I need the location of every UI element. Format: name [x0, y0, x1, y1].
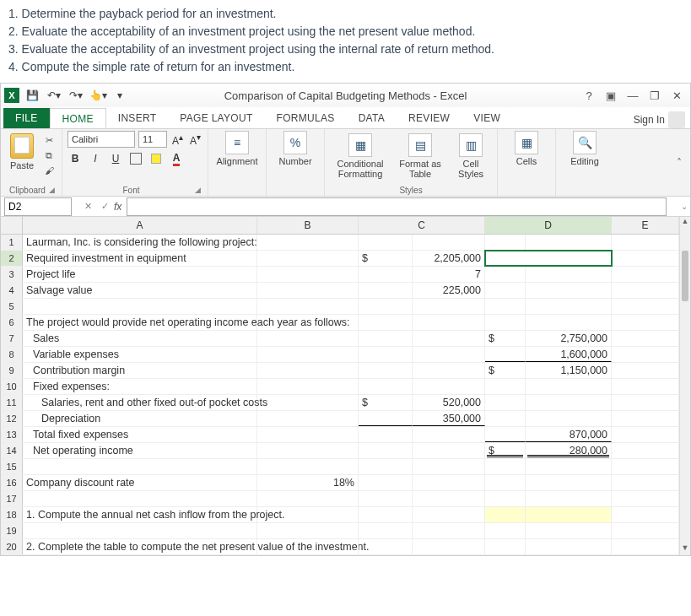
- cell[interactable]: [23, 459, 257, 474]
- font-color-button[interactable]: A: [169, 151, 184, 166]
- row-header[interactable]: 9: [1, 363, 23, 378]
- row-header[interactable]: 14: [1, 443, 23, 458]
- cell[interactable]: The project would provide net operating …: [23, 315, 257, 330]
- cell[interactable]: [359, 363, 413, 378]
- cell[interactable]: Variable expenses: [23, 347, 257, 362]
- cell[interactable]: [612, 235, 679, 250]
- paste-button[interactable]: Paste: [6, 133, 38, 170]
- restore-button[interactable]: ❐: [645, 87, 665, 104]
- cell[interactable]: [526, 507, 612, 522]
- cell[interactable]: [257, 251, 359, 266]
- cell[interactable]: [359, 427, 413, 442]
- cell[interactable]: 1. Compute the annual net cash inflow fr…: [23, 507, 257, 522]
- shrink-font-icon[interactable]: A▾: [188, 132, 202, 147]
- row-header[interactable]: 1: [1, 235, 23, 250]
- tab-data[interactable]: DATA: [347, 108, 397, 128]
- collapse-ribbon-icon[interactable]: ˄: [668, 157, 690, 169]
- cell[interactable]: [612, 459, 679, 474]
- cell[interactable]: [23, 491, 257, 506]
- cell[interactable]: [413, 507, 485, 522]
- bold-button[interactable]: B: [67, 151, 83, 166]
- tab-home[interactable]: HOME: [50, 108, 106, 128]
- row-header[interactable]: 17: [1, 491, 23, 506]
- cell[interactable]: [485, 411, 526, 426]
- cell[interactable]: [257, 523, 359, 538]
- cell[interactable]: [485, 395, 526, 410]
- editing-button[interactable]: 🔍 Editing: [561, 131, 608, 166]
- formula-bar[interactable]: [127, 197, 667, 216]
- cell[interactable]: [359, 379, 413, 394]
- cell[interactable]: Required investment in equipment: [23, 251, 257, 266]
- cell[interactable]: [257, 395, 359, 410]
- cell[interactable]: [257, 491, 359, 506]
- cell[interactable]: [23, 299, 257, 314]
- sign-in-button[interactable]: Sign In: [629, 111, 690, 128]
- format-as-table-button[interactable]: ▤ Format as Table: [394, 133, 446, 179]
- cell[interactable]: [257, 283, 359, 298]
- tab-formulas[interactable]: FORMULAS: [265, 108, 347, 128]
- cell[interactable]: $: [359, 251, 413, 266]
- cell[interactable]: [612, 507, 679, 522]
- fill-color-button[interactable]: [148, 151, 164, 166]
- scroll-thumb[interactable]: [682, 251, 688, 301]
- cell[interactable]: [612, 363, 679, 378]
- number-button[interactable]: % Number: [272, 131, 319, 166]
- format-painter-icon[interactable]: 🖌: [41, 164, 57, 177]
- font-size-select[interactable]: 11: [138, 131, 167, 148]
- minimize-button[interactable]: —: [623, 87, 643, 104]
- cell[interactable]: [359, 267, 413, 282]
- cell[interactable]: [359, 539, 413, 554]
- cell[interactable]: [526, 539, 612, 554]
- conditional-formatting-button[interactable]: ▦ Conditional Formatting: [330, 133, 391, 179]
- cancel-formula-icon[interactable]: ✕: [80, 199, 95, 214]
- cell[interactable]: 2,205,000: [413, 251, 485, 266]
- cell[interactable]: [257, 299, 359, 314]
- row-header[interactable]: 16: [1, 475, 23, 490]
- qat-customize-icon[interactable]: ▾: [111, 86, 129, 105]
- cell[interactable]: $: [485, 363, 526, 378]
- expand-formula-bar-icon[interactable]: ⌄: [678, 202, 690, 211]
- clipboard-dialog-icon[interactable]: ◢: [49, 186, 57, 194]
- cell[interactable]: [257, 347, 359, 362]
- cell[interactable]: Net operating income: [23, 443, 257, 458]
- cell[interactable]: Total fixed expenses: [23, 427, 257, 442]
- cell[interactable]: [257, 267, 359, 282]
- row-header[interactable]: 11: [1, 395, 23, 410]
- cell[interactable]: [359, 491, 413, 506]
- cell[interactable]: [526, 283, 612, 298]
- cell[interactable]: [413, 235, 485, 250]
- cell[interactable]: 280,000: [526, 443, 612, 458]
- cell[interactable]: [257, 331, 359, 346]
- tab-page-layout[interactable]: PAGE LAYOUT: [168, 108, 264, 128]
- cell[interactable]: [612, 395, 679, 410]
- scroll-up-icon[interactable]: ▲: [680, 217, 690, 229]
- italic-button[interactable]: I: [88, 151, 103, 166]
- col-header-c[interactable]: C: [359, 217, 485, 234]
- copy-icon[interactable]: ⧉: [41, 149, 57, 162]
- row-header[interactable]: 6: [1, 315, 23, 330]
- cell[interactable]: [359, 315, 413, 330]
- cell[interactable]: Company discount rate: [23, 475, 257, 490]
- cell[interactable]: Project life: [23, 267, 257, 282]
- cell[interactable]: [359, 299, 413, 314]
- row-header[interactable]: 15: [1, 459, 23, 474]
- cell[interactable]: [485, 475, 526, 490]
- cell[interactable]: [612, 491, 679, 506]
- col-header-d[interactable]: D: [485, 217, 612, 234]
- cell[interactable]: [257, 459, 359, 474]
- row-header[interactable]: 2: [1, 251, 23, 266]
- cell[interactable]: Fixed expenses:: [23, 379, 257, 394]
- cell[interactable]: [526, 267, 612, 282]
- cell[interactable]: [413, 427, 485, 442]
- cell[interactable]: [359, 507, 413, 522]
- cells-button[interactable]: ▦ Cells: [503, 131, 550, 166]
- row-header[interactable]: 13: [1, 427, 23, 442]
- cell[interactable]: Laurman, Inc. is considering the followi…: [23, 235, 257, 250]
- row-header[interactable]: 19: [1, 523, 23, 538]
- row-header[interactable]: 7: [1, 331, 23, 346]
- cell[interactable]: [413, 523, 485, 538]
- save-icon[interactable]: 💾: [23, 86, 41, 105]
- row-header[interactable]: 20: [1, 539, 23, 554]
- cell[interactable]: [612, 299, 679, 314]
- cell[interactable]: Salvage value: [23, 283, 257, 298]
